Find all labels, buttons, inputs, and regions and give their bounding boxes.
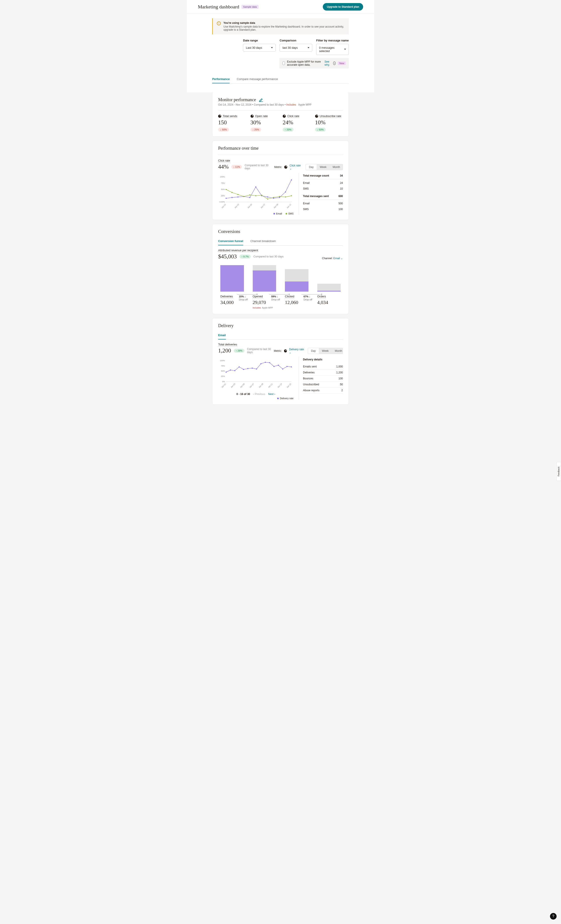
svg-point-59 (265, 362, 266, 363)
delivery-title: Delivery (218, 323, 233, 328)
svg-point-53 (239, 366, 240, 368)
comparison-label: Comparison (280, 39, 312, 42)
alert-text: Use Mailchimp's sample data to explore t… (223, 25, 345, 31)
svg-point-51 (230, 369, 231, 370)
pot-delta-chip: ↓ 11% (231, 165, 242, 169)
funnel-step-opened: Opened 29,070Includes Apple MPP59% ↓Drop… (253, 295, 276, 309)
svg-point-23 (291, 179, 292, 180)
svg-text:Jan 01: Jan 01 (221, 383, 226, 388)
main-tabs: Performance Compare message performance (212, 75, 349, 84)
svg-point-64 (286, 366, 287, 367)
pot-title: Performance over time (218, 146, 259, 151)
apple-mpp-row: Exclude Apple MPP for more accurate open… (280, 58, 349, 69)
tab-email[interactable]: Email (218, 331, 226, 339)
svg-point-50 (226, 372, 227, 373)
svg-point-29 (255, 195, 256, 196)
kpi-row: Total sends 150 ↓ 50% Open rate 30% ↓ 25… (218, 114, 343, 132)
svg-point-19 (267, 196, 268, 198)
next-button[interactable]: Next › (268, 393, 275, 396)
svg-point-32 (273, 197, 274, 198)
rev-label: Attributed revenue per recipient (218, 249, 258, 252)
funnel-chart (220, 265, 341, 292)
svg-point-61 (274, 366, 275, 367)
info-icon[interactable]: i (333, 62, 335, 65)
tab-performance[interactable]: Performance (212, 75, 230, 83)
svg-text:50%: 50% (221, 188, 225, 190)
performance-chart: 0.00%25%50%75%100%Jan 01Jan 03Jan 05Jan … (218, 173, 293, 210)
monitor-performance-card: Monitor performance Oct 14, 2024 - Nov 1… (212, 92, 349, 136)
svg-text:100%: 100% (220, 176, 225, 178)
svg-point-56 (251, 368, 253, 369)
perf-side-stats: Total message count34 Email24 SMS10 Tota… (299, 173, 343, 215)
svg-text:Jan 09: Jan 09 (273, 203, 278, 209)
date-range-label: Date range (243, 39, 276, 42)
svg-point-26 (238, 194, 239, 195)
kpi-open-rate: Open rate 30% ↓ 25% (251, 114, 278, 132)
pot-value: 44% (218, 164, 229, 170)
svg-point-30 (261, 195, 262, 196)
svg-point-12 (226, 198, 227, 199)
svg-point-58 (260, 363, 262, 364)
edit-icon[interactable] (259, 98, 263, 102)
svg-text:0%: 0% (222, 381, 225, 382)
seg-week[interactable]: Week (319, 348, 332, 354)
svg-text:Jan 05: Jan 05 (239, 383, 245, 388)
mailchimp-icon (284, 350, 287, 352)
date-range-select[interactable]: Last 30 days (243, 44, 276, 52)
svg-point-25 (232, 192, 233, 193)
svg-text:25%: 25% (221, 375, 225, 377)
upgrade-button[interactable]: Upgrade to Standard plan (323, 3, 363, 10)
rev-value: $45,003 (218, 253, 237, 260)
delivery-pager: 0 - 16 of 30 ‹ Previous Next › (218, 393, 293, 396)
pot-compare: Compared to last 30 days (245, 164, 274, 170)
delivery-delta-chip: ↑ 29% (234, 349, 245, 352)
svg-text:0.00%: 0.00% (220, 201, 225, 203)
sample-data-alert: ! You're using sample data Use Mailchimp… (212, 18, 349, 34)
svg-point-27 (244, 196, 245, 197)
alert-icon: ! (217, 21, 221, 26)
svg-text:Jan 03: Jan 03 (234, 203, 239, 209)
mailchimp-icon (315, 115, 318, 118)
conversions-title: Conversions (218, 229, 240, 234)
seg-month[interactable]: Month (330, 164, 343, 170)
svg-text:Jan 07: Jan 07 (260, 203, 266, 209)
seg-month[interactable]: Month (332, 348, 343, 354)
see-why-link[interactable]: See why. (325, 60, 331, 66)
mailchimp-icon (251, 115, 254, 118)
mailchimp-icon (283, 115, 286, 118)
message-filter-select[interactable]: 0 messages selected (316, 44, 349, 55)
svg-point-65 (291, 366, 292, 368)
rev-delta-chip: ↑ 9.7% (239, 255, 251, 258)
svg-point-34 (285, 196, 286, 198)
page-title: Marketing dashboard (198, 4, 239, 10)
comparison-select[interactable]: last 30 days (280, 44, 312, 52)
exclude-mpp-checkbox[interactable] (283, 62, 285, 65)
time-segment: Day Week Month (306, 164, 343, 170)
svg-text:Jan 09: Jan 09 (258, 383, 264, 388)
channel-select[interactable]: Email ⌄ (334, 257, 343, 260)
kpi-click-rate: Click rate 24% ↑ 20% (283, 114, 311, 132)
svg-point-31 (267, 198, 268, 200)
svg-point-57 (256, 369, 257, 370)
seg-day[interactable]: Day (306, 164, 317, 170)
tab-compare[interactable]: Compare message performance (236, 75, 278, 83)
mailchimp-icon (218, 115, 221, 118)
seg-week[interactable]: Week (317, 164, 329, 170)
delivery-compare: Compared to last 30 days (247, 348, 274, 354)
delivery-metric-select[interactable]: Delivery rate ⌄ (289, 348, 306, 354)
funnel-step-deliveries: Deliveries 34,00015% ↓Drop-off (220, 295, 244, 309)
svg-point-21 (279, 197, 280, 198)
kpi-total-sends: Total sends 150 ↓ 50% (218, 114, 246, 132)
tab-funnel[interactable]: Conversion funnel (218, 237, 243, 245)
svg-text:Jan 03: Jan 03 (230, 383, 236, 388)
metric-select[interactable]: Click rate ⌄ (290, 164, 304, 170)
metric-prefix: Metric: (274, 165, 282, 169)
seg-day[interactable]: Day (308, 348, 319, 354)
pot-metric-label: Click rate (218, 159, 230, 162)
svg-point-35 (291, 195, 292, 196)
prev-button: ‹ Previous (253, 393, 265, 396)
total-deliveries-value: 1,200 (218, 347, 231, 354)
svg-text:Jan 05: Jan 05 (247, 203, 253, 209)
svg-text:Jan 01: Jan 01 (221, 203, 226, 209)
tab-channel-breakdown[interactable]: Channel breakdown (250, 237, 276, 245)
